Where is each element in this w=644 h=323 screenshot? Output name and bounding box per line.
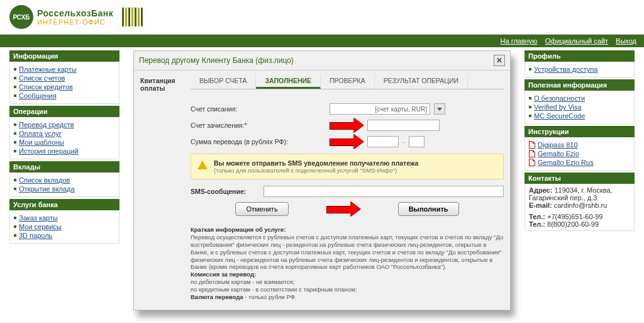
- sidebar-item-mcsc[interactable]: MC SecureCode: [534, 112, 585, 120]
- contacts-body: Адрес: 119034, г. Москва, Гагаринский пе…: [525, 184, 635, 231]
- cancel-button[interactable]: Отменить: [235, 202, 288, 216]
- top-nav: На главную Официальный сайт Выход: [0, 35, 644, 47]
- debit-account-field[interactable]: [счет карты, RUR]: [330, 103, 430, 115]
- sidebar-item-accounts[interactable]: Список счетов: [19, 74, 65, 82]
- sidebar-item-transfer[interactable]: Перевод средств: [19, 121, 74, 128]
- pdf-icon: [529, 141, 535, 149]
- logo-icon: РСХБ: [9, 5, 33, 29]
- bank-logo: РСХБ РоссельхозБанк ИНТЕРНЕТ-ОФИС: [9, 5, 143, 29]
- sidebar-item-cards[interactable]: Платежные карты: [19, 65, 77, 73]
- info-body2b: по кредитным картам - в соответствии с т…: [191, 286, 504, 293]
- sidebar-item-deposit-list[interactable]: Список вкладов: [19, 176, 70, 184]
- pdf-icon: [529, 150, 535, 157]
- tab-fill[interactable]: ЗАПОЛНЕНИЕ: [256, 74, 321, 89]
- sms-note-bold: Вы можете отправить SMS уведомление полу…: [214, 159, 418, 167]
- phone1: +7(495)651-60-99: [547, 213, 602, 220]
- info-body1: Перевод осуществляется с рублевых счетов…: [191, 234, 504, 271]
- email-label: E-mail:: [529, 201, 552, 209]
- sidebar-item-security[interactable]: О безопасности: [534, 94, 585, 102]
- info-head2: Комиссия за перевод:: [191, 271, 504, 278]
- info-head1: Краткая информация об услуге:: [191, 226, 504, 234]
- nav-official[interactable]: Официальный сайт: [545, 37, 608, 45]
- tab-check[interactable]: ПРОВЕРКА: [321, 74, 375, 89]
- app-header: РСХБ РоссельхозБанк ИНТЕРНЕТ-ОФИС: [0, 0, 644, 35]
- tab-select-account[interactable]: ВЫБОР СЧЕТА: [191, 74, 256, 89]
- credit-account-input[interactable]: [367, 120, 440, 131]
- sidebar-item-credits[interactable]: Список кредитов: [19, 83, 73, 91]
- sidebar-item-my-services[interactable]: Мои сервисы: [19, 223, 62, 230]
- credit-account-label: Счет зачисления:: [191, 122, 244, 129]
- annotation-arrow-icon: [330, 136, 364, 147]
- phones-label2: Тел.:: [529, 220, 545, 228]
- amount-kop-input[interactable]: [409, 136, 425, 147]
- sms-message-input[interactable]: [264, 186, 504, 197]
- sidebar-item-digipass[interactable]: Digipass 810: [538, 141, 578, 149]
- sidebar-item-templates[interactable]: Мои шаблоны: [19, 139, 64, 146]
- warning-icon: [197, 161, 208, 169]
- left-sidebar: Информация Платежные карты Список счетов…: [9, 50, 119, 246]
- annotation-arrow-icon: [330, 120, 364, 131]
- submit-button[interactable]: Выполнить: [398, 202, 459, 216]
- block-profile-header: Профиль: [525, 50, 635, 62]
- debit-account-label: Счет списания:: [191, 105, 326, 113]
- sidebar-item-access-devices[interactable]: Устройства доступа: [534, 65, 597, 73]
- nav-home[interactable]: На главную: [501, 37, 538, 45]
- info-head3: Валюта перевода: [191, 293, 243, 300]
- debit-account-dropdown-button[interactable]: [434, 103, 445, 115]
- pdf-icon: [529, 159, 535, 166]
- sidebar-item-pay[interactable]: Оплата услуг: [19, 130, 62, 137]
- sidebar-item-messages[interactable]: Сообщения: [19, 92, 57, 99]
- tab-result[interactable]: РЕЗУЛЬТАТ ОПЕРАЦИИ: [375, 74, 469, 89]
- block-info-header: Информация: [9, 50, 119, 62]
- receipt-label: Квитанция оплаты: [140, 74, 184, 92]
- dialog-title: Перевод другому Клиенту Банка (физ.лицо): [139, 56, 294, 65]
- dialog-close-button[interactable]: ✕: [494, 55, 505, 66]
- block-contacts-header: Контакты: [525, 173, 635, 184]
- sms-message-label: SMS-сообщение:: [191, 188, 260, 195]
- email-value: cardinfo@rshb.ru: [554, 201, 608, 209]
- phone2: 8(800)200-60-99: [547, 220, 599, 228]
- sms-note: Вы можете отправить SMS уведомление полу…: [191, 154, 504, 179]
- phones-label: Тел.:: [529, 213, 545, 220]
- sidebar-item-vbv[interactable]: Verified by Visa: [534, 103, 582, 111]
- amount-rub-input[interactable]: [367, 136, 399, 147]
- service-info: Краткая информация об услуге: Перевод ос…: [191, 226, 504, 301]
- sidebar-item-3d-password[interactable]: 3D пароль: [19, 232, 52, 239]
- sidebar-item-open-deposit[interactable]: Открытие вклада: [19, 185, 75, 193]
- bank-subtitle: ИНТЕРНЕТ-ОФИС: [37, 18, 113, 26]
- info-body2a: по дебетовым картам - не взимается;: [191, 278, 504, 286]
- annotation-arrow-icon: [326, 203, 360, 215]
- nav-exit[interactable]: Выход: [616, 37, 636, 45]
- sidebar-item-gemalto[interactable]: Gemalto Ezio: [538, 150, 579, 157]
- bank-name: РоссельхозБанк: [37, 8, 113, 18]
- block-deposits-header: Вклады: [9, 161, 119, 173]
- right-sidebar: Профиль Устройства доступа Полезная инфо…: [525, 50, 635, 233]
- dialog-tabs: ВЫБОР СЧЕТА ЗАПОЛНЕНИЕ ПРОВЕРКА РЕЗУЛЬТА…: [191, 74, 504, 89]
- info-body3: - только рубли РФ.: [243, 293, 296, 300]
- sidebar-item-gemalto-rus[interactable]: Gemalto Ezio Rus: [538, 159, 594, 166]
- block-instructions-header: Инструкции: [525, 126, 635, 137]
- block-services-header: Услуги банка: [9, 199, 119, 210]
- sidebar-item-order-card[interactable]: Заказ карты: [19, 214, 58, 222]
- address-label: Адрес:: [529, 186, 552, 194]
- main-area: Перевод другому Клиенту Банка (физ.лицо)…: [129, 50, 515, 310]
- logo-bars-icon: [122, 8, 143, 26]
- block-ops-header: Операции: [9, 106, 119, 117]
- transfer-dialog: Перевод другому Клиенту Банка (физ.лицо)…: [133, 50, 511, 310]
- amount-label: Сумма перевода (в рублях РФ):: [191, 138, 326, 145]
- sms-note-sub: (только для пользователей с подключенной…: [214, 167, 418, 174]
- sidebar-item-history[interactable]: История операций: [19, 147, 79, 155]
- block-useful-header: Полезная информация: [525, 79, 635, 91]
